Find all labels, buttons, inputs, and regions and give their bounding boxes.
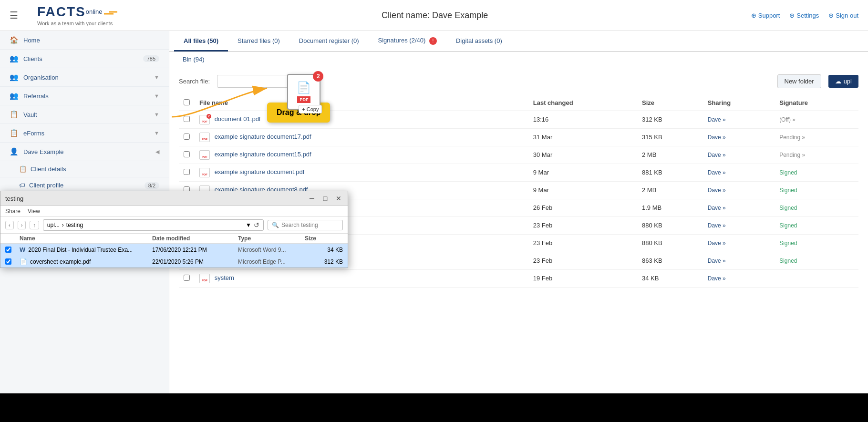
row-checkbox-input[interactable] [184, 151, 190, 157]
sharing-link[interactable]: Dave » [708, 134, 726, 141]
sharing-link[interactable]: Dave » [708, 169, 726, 176]
sidebar-item-eforms[interactable]: 📋 eForms ▼ [0, 124, 169, 143]
sidebar-item-label: Vault [23, 111, 149, 118]
fe-path-dropdown[interactable]: ▼ [246, 222, 251, 228]
fe-search-input[interactable] [281, 222, 339, 228]
fe-col-name-header: Name [20, 235, 152, 242]
sidebar-item-dave-example[interactable]: 👤 Dave Example ◀ [0, 143, 169, 161]
file-type-icon: PDF [199, 150, 210, 160]
settings-link[interactable]: ⊕ Settings [789, 12, 819, 19]
fe-menu-view[interactable]: View [28, 208, 40, 215]
fe-forward-button[interactable]: › [18, 221, 26, 229]
table-row[interactable]: PDF example signature document.pdf 9 Mar… [179, 164, 858, 181]
signature-status[interactable]: Signed [779, 169, 797, 176]
fe-row-name-cell: 📄 coversheet example.pdf [20, 258, 152, 265]
close-button[interactable]: ✕ [334, 194, 343, 203]
tab-document-register[interactable]: Document register (0) [289, 31, 369, 51]
upload-button[interactable]: ☁ upl [828, 75, 858, 88]
row-checkbox-input[interactable] [184, 275, 190, 281]
filename-link[interactable]: example signature document17.pdf [215, 133, 311, 140]
tab-all-files[interactable]: All files (50) [174, 31, 228, 51]
tab-bin[interactable]: Bin (94) [174, 52, 213, 67]
filename-link[interactable]: example signature document15.pdf [215, 151, 311, 158]
signature-status[interactable]: Pending » [779, 152, 805, 158]
table-row[interactable]: PDF example signature document17.pdf 31 … [179, 128, 858, 146]
tab-all-files-label: All files (50) [184, 37, 218, 44]
row-checkbox [179, 269, 195, 287]
settings-icon: ⊕ [789, 12, 795, 19]
maximize-button[interactable]: □ [321, 194, 330, 203]
filename-link[interactable]: system [215, 274, 234, 281]
hamburger-icon[interactable]: ☰ [10, 10, 18, 21]
sharing-link[interactable]: Dave » [708, 187, 726, 194]
minimize-button[interactable]: ─ [308, 194, 316, 203]
signature-status[interactable]: Signed [779, 222, 797, 229]
sidebar-item-organisation[interactable]: 👥 Organisation ▼ [0, 68, 169, 87]
fe-menu-share[interactable]: Share [5, 208, 21, 215]
sharing-link[interactable]: Dave » [708, 275, 726, 282]
row-sharing: Dave » [703, 234, 775, 252]
sharing-link[interactable]: Dave » [708, 152, 726, 158]
fe-row-checkbox[interactable] [5, 258, 11, 265]
row-checkbox [179, 146, 195, 164]
new-folder-button[interactable]: New folder [777, 74, 821, 88]
sidebar-item-clients[interactable]: 👥 Clients 785 [0, 50, 169, 68]
sharing-link[interactable]: Dave » [708, 116, 726, 123]
tab-signatures[interactable]: Signatures (2/40) ! [369, 31, 446, 52]
fe-row-checkbox[interactable] [5, 247, 11, 253]
fe-refresh-button[interactable]: ↺ [254, 221, 259, 229]
tab-starred-files[interactable]: Starred files (0) [228, 31, 289, 51]
sidebar-item-label: Organisation [23, 74, 149, 81]
fe-column-headers: Name Date modified Type Size [0, 234, 348, 244]
table-row[interactable]: PDF system 19 Feb 34 KB Dave » [179, 269, 858, 287]
row-checkbox-input[interactable] [184, 134, 190, 140]
fe-row-date: 17/06/2020 12:21 PM [152, 247, 238, 253]
sidebar-item-referrals[interactable]: 👥 Referrals ▼ [0, 87, 169, 105]
row-checkbox [179, 128, 195, 146]
signature-status[interactable]: Signed [779, 257, 797, 264]
tab-digital-assets[interactable]: Digital assets (0) [446, 31, 512, 51]
sidebar-item-vault[interactable]: 📋 Vault ▼ [0, 105, 169, 124]
fe-path-upl: upl... [47, 222, 60, 228]
support-link[interactable]: ⊕ Support [751, 12, 780, 19]
sharing-link[interactable]: Dave » [708, 257, 726, 264]
fe-file-list: W 2020 Final Dist - Individual Trustee E… [0, 244, 348, 268]
tab-starred-files-label: Starred files (0) [238, 37, 280, 44]
col-sharing: Sharing [703, 95, 775, 111]
fe-file-row[interactable]: 📄 coversheet example.pdf 22/01/2020 5:26… [0, 256, 348, 268]
table-row[interactable]: PDF example signature document15.pdf 30 … [179, 146, 858, 164]
sidebar-item-label: Clients [23, 55, 138, 62]
sidebar-item-home[interactable]: 🏠 Home [0, 31, 169, 50]
signout-link[interactable]: ⊕ Sign out [828, 12, 858, 19]
file-explorer-toolbar: ‹ › ↑ upl... › testing ▼ ↺ 🔍 [0, 217, 348, 234]
sidebar-subitem-client-details[interactable]: 📋 Client details [0, 161, 169, 177]
row-signature: (Off) » [775, 111, 858, 128]
row-size: 2 MB [637, 146, 703, 164]
sidebar-subitem-label: Client profile [29, 182, 141, 189]
signature-status[interactable]: Signed [779, 187, 797, 194]
tab-bin-label: Bin (94) [183, 56, 205, 63]
fe-path-bar[interactable]: upl... › testing ▼ ↺ [43, 219, 264, 231]
fe-back-button[interactable]: ‹ [5, 221, 14, 229]
signature-status[interactable]: Pending » [779, 134, 805, 141]
row-signature: Pending » [775, 146, 858, 164]
signature-status[interactable]: Signed [779, 205, 797, 211]
sharing-link[interactable]: Dave » [708, 240, 726, 247]
sharing-link[interactable]: Dave » [708, 205, 726, 211]
fe-file-row[interactable]: W 2020 Final Dist - Individual Trustee E… [0, 244, 348, 256]
filename-link[interactable]: example signature document.pdf [215, 168, 305, 175]
row-checkbox-input[interactable] [184, 169, 190, 175]
logo-accent [104, 11, 118, 18]
fe-col-date-header: Date modified [152, 235, 238, 242]
tab-digital-assets-label: Digital assets (0) [456, 37, 502, 44]
sharing-link[interactable]: Dave » [708, 222, 726, 229]
eforms-icon: 📋 [10, 129, 19, 137]
file-explorer-window: testing ─ □ ✕ Share View ‹ › ↑ upl... › … [0, 191, 348, 268]
fe-up-button[interactable]: ↑ [30, 221, 39, 229]
row-filename: PDF example signature document15.pdf [195, 146, 528, 164]
person-icon: 👤 [10, 147, 19, 156]
signature-status[interactable]: Signed [779, 240, 797, 247]
signout-icon: ⊕ [828, 12, 834, 19]
fe-file-type-icon: 📄 [20, 258, 27, 265]
signature-status[interactable]: (Off) » [779, 116, 796, 123]
